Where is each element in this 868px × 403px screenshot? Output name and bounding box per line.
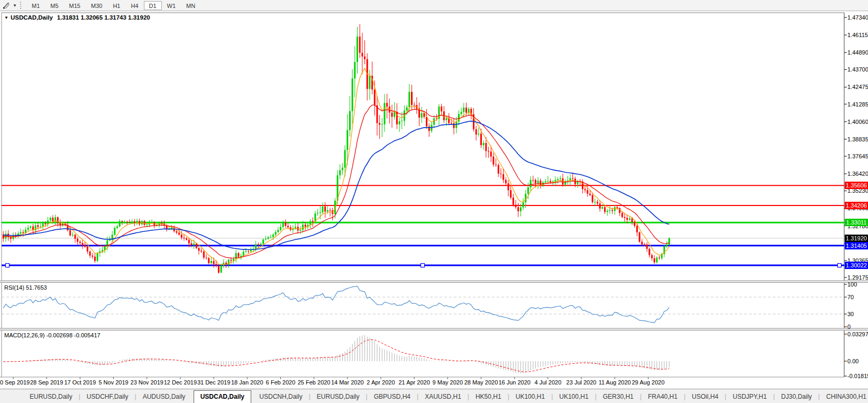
macd-scale-label: -0.018154 [847,373,868,379]
timeframe-button-m15[interactable]: M15 [64,1,86,10]
tab-12-fra40-h1[interactable]: FRA40,H1 [642,391,684,403]
ma-line-fast [3,68,669,265]
date-axis-label: 23 Nov 2019 [129,379,166,386]
date-axis-label: 21 Apr 2020 [396,379,433,386]
macd-scale-label: 0.00 [847,358,858,364]
price-axis-label: 1.47340 [847,14,868,21]
rsi-indicator-label: RSI(14) 51.7653 [4,284,47,291]
symbol-dropdown-caret[interactable]: ▼ [4,15,8,20]
timeframe-button-h1[interactable]: H1 [107,1,125,10]
tab-8-hk50-h1[interactable]: HK50,H1 [469,391,508,403]
rsi-scale-label: 30 [847,311,854,317]
horizontal-level-lines [2,185,844,267]
price-axis-label: 1.42475 [847,84,868,90]
date-axis-label: 17 Oct 2019 [61,379,98,386]
axis-ticks [13,17,847,379]
date-axis-label: 5 Nov 2019 [95,379,132,386]
tab-11-ger30-h1[interactable]: GER30,H1 [597,391,640,403]
timeframe-button-mn[interactable]: MN [181,1,200,10]
tab-15-dj30-daily[interactable]: DJ30,Daily [775,391,818,403]
date-axis-label: 6 Feb 2020 [262,379,299,386]
tab-14-usdjpy-h1[interactable]: USDJPY,H1 [726,391,773,403]
tab-0-eurusd-daily[interactable]: EURUSD,Daily [23,391,79,403]
tab-5-eurusd-daily[interactable]: EURUSD,Daily [310,391,366,403]
tab-10-uk100-h1[interactable]: UK100,H1 [553,391,595,403]
timeframe-button-m1[interactable]: M1 [26,1,45,10]
chart-ohlc-values: 1.31831 1.32065 1.31743 1.31920 [57,14,150,21]
tab-2-audusd-daily[interactable]: AUDUSD,Daily [136,391,192,403]
price-axis-label: 1.43700 [847,66,868,73]
tab-7-xauusd-h1[interactable]: XAUUSD,H1 [418,391,468,403]
date-axis-label: 11 Aug 2020 [596,379,633,386]
price-axis-label: 1.40060 [847,119,868,125]
tab-4-usdcnh-daily[interactable]: USDCNH,Daily [253,391,308,403]
price-level-badge-1.34206: 1.34206 [845,202,868,209]
rsi-scale-label: 100 [847,281,857,288]
toolbar-grip [20,2,23,9]
drawing-tool-icon[interactable] [1,1,12,10]
price-level-badge-1.31920: 1.31920 [845,235,868,242]
level-selection-handle[interactable] [838,264,842,267]
date-axis-label: 23 Jul 2020 [563,379,600,386]
date-axis-label: 4 Jul 2020 [529,379,567,386]
chart-symbol-label: USDCAD,Daily [11,14,53,21]
drawing-tool-dropdown-caret[interactable]: ▼ [12,3,18,8]
date-axis-label: 16 Jun 2020 [496,379,533,386]
price-axis-label: 1.38835 [847,136,868,142]
rsi-scale-label: 70 [847,294,854,300]
chart-title: ▼USDCAD,Daily1.31831 1.32065 1.31743 1.3… [4,14,150,21]
price-level-badge-1.35606: 1.35606 [845,182,868,189]
chart-tab-bar: EURUSD,Daily|USDCHF,Daily|AUDUSD,Daily U… [0,389,868,403]
price-level-badge-1.30022: 1.30022 [845,262,868,269]
timeframe-button-h4[interactable]: H4 [125,1,143,10]
timeframe-toolbar: M1M5M15M30H1H4D1W1MN [26,1,200,10]
chart-window: ▼USDCAD,Daily1.31831 1.32065 1.31743 1.3… [0,0,868,403]
price-axis-label: 1.29175 [847,274,868,281]
date-axis-label: 25 Feb 2020 [296,379,333,386]
date-axis-label: 31 Dec 2019 [195,379,232,386]
macd-panel-graphics [3,335,669,373]
tab-6-gbpusd-h4[interactable]: GBPUSD,H4 [368,391,417,403]
tab-9-uk100-h1[interactable]: UK100,H1 [509,391,551,403]
date-axis-label: 28 Sep 2019 [28,379,65,386]
chart-canvas[interactable] [0,0,868,403]
tab-1-usdchf-daily[interactable]: USDCHF,Daily [80,391,135,403]
price-axis-label: 1.37645 [847,153,868,159]
rsi-line [3,286,669,323]
date-axis-label: 18 Jan 2020 [229,379,266,386]
macd-signal-line [3,339,669,372]
rsi-scale-label: 0 [847,324,851,330]
tab-13-usoil-h4[interactable]: USOil,H4 [686,391,725,403]
date-axis-label: 29 Aug 2020 [629,379,666,386]
level-selection-handle[interactable] [6,264,10,267]
macd-scale-label: 0.032972 [847,331,868,337]
timeframe-button-d1[interactable]: D1 [144,1,162,10]
date-axis-label: 9 May 2020 [429,379,466,386]
price-level-badge-1.31405: 1.31405 [845,242,868,249]
tab-3-usdcad-daily[interactable]: USDCAD,Daily [194,390,251,403]
ma-line-medium [3,105,669,258]
moving-averages [3,68,669,265]
level-selection-handle[interactable] [421,264,425,267]
date-axis-label: 12 Dec 2019 [162,379,199,386]
price-axis-label: 1.44890 [847,49,868,56]
tab-16-china300-h1[interactable]: CHINA300,H1 [820,391,868,403]
date-axis-label: 10 Sep 2019 [0,379,32,386]
date-axis-label: 2 Apr 2020 [362,379,399,386]
timeframe-button-w1[interactable]: W1 [162,1,181,10]
panel-frames [0,13,868,377]
top-toolbar: ▼ M1M5M15M30H1H4D1W1MN [0,0,868,11]
price-level-badge-1.33011: 1.33011 [845,219,868,226]
macd-indicator-label: MACD(12,26,9) -0.002698 -0.005417 [4,332,100,338]
rsi-panel-graphics [2,286,844,323]
timeframe-button-m5[interactable]: M5 [45,1,63,10]
price-axis-label: 1.41285 [847,101,868,108]
candlestick-series [3,24,670,273]
tabs-holder: EURUSD,Daily|USDCHF,Daily|AUDUSD,Daily U… [23,390,868,403]
date-axis-label: 14 Mar 2020 [329,379,366,386]
price-axis-label: 1.46115 [847,32,868,38]
price-axis-label: 1.36420 [847,171,868,177]
date-axis-label: 28 May 2020 [463,379,500,386]
timeframe-button-m30[interactable]: M30 [86,1,107,10]
